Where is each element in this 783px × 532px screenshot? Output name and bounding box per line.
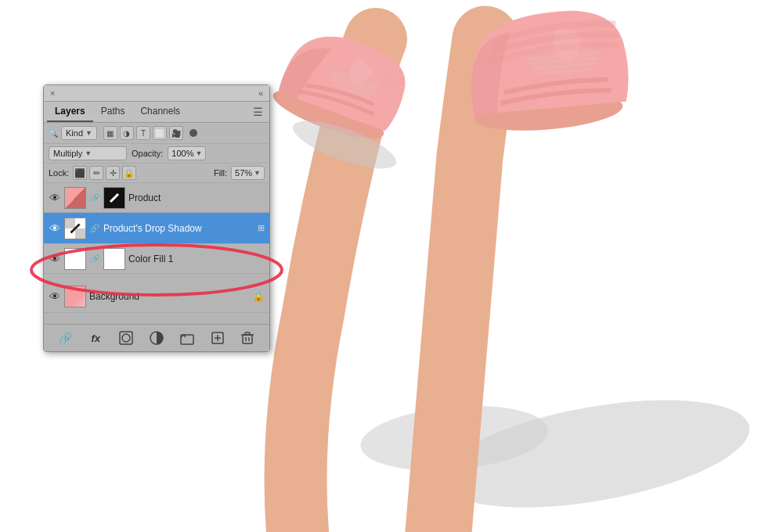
opacity-value-text: 100% bbox=[171, 149, 193, 158]
layer-lock-background-icon: 🔒 bbox=[252, 290, 265, 302]
lock-position-button[interactable]: ✛ bbox=[106, 166, 120, 180]
svg-rect-28 bbox=[245, 332, 250, 335]
filter-type-button[interactable]: T bbox=[136, 126, 150, 140]
layer-chain-color-fill: 🔗 bbox=[89, 254, 100, 263]
blend-mode-dropdown[interactable]: Multiply ▼ bbox=[49, 146, 127, 160]
tab-channels[interactable]: Channels bbox=[132, 102, 188, 122]
search-icon: 🔍 bbox=[49, 129, 58, 138]
blend-chevron-icon: ▼ bbox=[85, 149, 92, 157]
blend-mode-row: Multiply ▼ Opacity: 100% ▼ bbox=[44, 144, 269, 164]
svg-rect-18 bbox=[75, 228, 85, 239]
fx-button[interactable]: fx bbox=[87, 329, 104, 347]
adjustment-layer-button[interactable] bbox=[148, 329, 165, 347]
opacity-value-field[interactable]: 100% ▼ bbox=[168, 146, 206, 160]
lock-pixels-button[interactable]: ✏ bbox=[89, 166, 103, 180]
link-layers-button[interactable]: 🔗 bbox=[56, 329, 74, 347]
layer-item-background[interactable]: 👁 Background 🔒 bbox=[44, 280, 269, 313]
filter-shape-button[interactable]: ⬜ bbox=[153, 126, 167, 140]
layer-thumb-color-fill bbox=[64, 248, 86, 270]
layer-item-color-fill[interactable]: 👁 🔗 Color Fill 1 bbox=[44, 244, 269, 274]
layer-visibility-drop-shadow[interactable]: 👁 bbox=[49, 222, 61, 235]
layer-name-color-fill: Color Fill 1 bbox=[128, 253, 265, 264]
tab-paths[interactable]: Paths bbox=[93, 102, 133, 122]
svg-rect-26 bbox=[243, 335, 252, 343]
panel-collapse-button[interactable]: « bbox=[258, 88, 263, 98]
layer-name-product: Product bbox=[128, 192, 265, 203]
layer-item-drop-shadow[interactable]: 👁 🔗 Product's Drop Shadow ⊞ bbox=[44, 213, 269, 244]
filter-smart-button[interactable]: 🎥 bbox=[169, 126, 183, 140]
layer-thumb-background bbox=[64, 286, 86, 307]
panel-titlebar: × « bbox=[44, 85, 269, 102]
opacity-chevron-icon: ▼ bbox=[196, 149, 203, 157]
layer-name-background: Background bbox=[89, 291, 249, 302]
fill-chevron-icon: ▼ bbox=[254, 169, 261, 177]
chevron-down-icon: ▼ bbox=[85, 129, 92, 137]
delete-layer-button[interactable] bbox=[239, 329, 256, 347]
fill-value-field[interactable]: 57% ▼ bbox=[231, 166, 265, 180]
filter-icons: ▦ ◑ T ⬜ 🎥 bbox=[103, 126, 183, 140]
panel-footer: 🔗 fx bbox=[44, 324, 269, 351]
layer-visibility-color-fill[interactable]: 👁 bbox=[49, 253, 61, 265]
opacity-label: Opacity: bbox=[132, 149, 163, 158]
filter-kind-label: Kind bbox=[66, 128, 83, 138]
layer-spacer bbox=[44, 274, 269, 280]
panel-menu-icon[interactable]: ☰ bbox=[250, 102, 266, 121]
new-group-button[interactable] bbox=[179, 329, 196, 347]
filter-kind-dropdown[interactable]: Kind ▼ bbox=[61, 126, 97, 140]
layer-item-product[interactable]: 👁 🔗 Product bbox=[44, 183, 269, 213]
layers-panel: × « Layers Paths Channels ☰ 🔍 Kind ▼ ▦ ◑… bbox=[43, 84, 270, 352]
tab-layers[interactable]: Layers bbox=[47, 102, 93, 122]
layer-thumb-drop-shadow bbox=[64, 217, 86, 239]
panel-close-button[interactable]: × bbox=[50, 88, 55, 98]
lock-label: Lock: bbox=[49, 168, 69, 178]
layer-name-drop-shadow: Product's Drop Shadow bbox=[103, 223, 254, 234]
layer-chain-drop-shadow: 🔗 bbox=[89, 224, 100, 232]
layer-visibility-product[interactable]: 👁 bbox=[49, 192, 61, 204]
blend-mode-value: Multiply bbox=[53, 149, 82, 158]
layer-chain-product: 🔗 bbox=[89, 193, 100, 202]
panel-tabs: Layers Paths Channels ☰ bbox=[44, 102, 269, 123]
fill-value-text: 57% bbox=[235, 168, 252, 178]
fill-label: Fill: bbox=[214, 168, 227, 178]
layer-mask-product bbox=[103, 187, 125, 209]
layer-copy-icon: ⊞ bbox=[258, 223, 265, 233]
layer-mask-color-fill bbox=[103, 248, 125, 270]
layers-list: 👁 🔗 Product 👁 🔗 Product's Drop Sh bbox=[44, 183, 269, 324]
filter-pixel-button[interactable]: ▦ bbox=[103, 126, 117, 140]
svg-point-20 bbox=[122, 334, 130, 342]
svg-rect-15 bbox=[65, 218, 75, 228]
filter-row: 🔍 Kind ▼ ▦ ◑ T ⬜ 🎥 bbox=[44, 123, 269, 144]
new-layer-button[interactable] bbox=[209, 329, 226, 347]
lock-row: Lock: ⬛ ✏ ✛ 🔒 Fill: 57% ▼ bbox=[44, 164, 269, 183]
filter-adjustment-button[interactable]: ◑ bbox=[120, 126, 134, 140]
add-mask-button[interactable] bbox=[117, 329, 135, 347]
filter-active-dot bbox=[189, 129, 197, 137]
layer-thumb-product bbox=[64, 187, 86, 209]
lock-transparent-button[interactable]: ⬛ bbox=[73, 166, 87, 180]
lock-artboard-button[interactable]: 🔒 bbox=[122, 166, 136, 180]
lock-icons: ⬛ ✏ ✛ 🔒 bbox=[73, 166, 136, 180]
layer-visibility-background[interactable]: 👁 bbox=[49, 290, 61, 303]
